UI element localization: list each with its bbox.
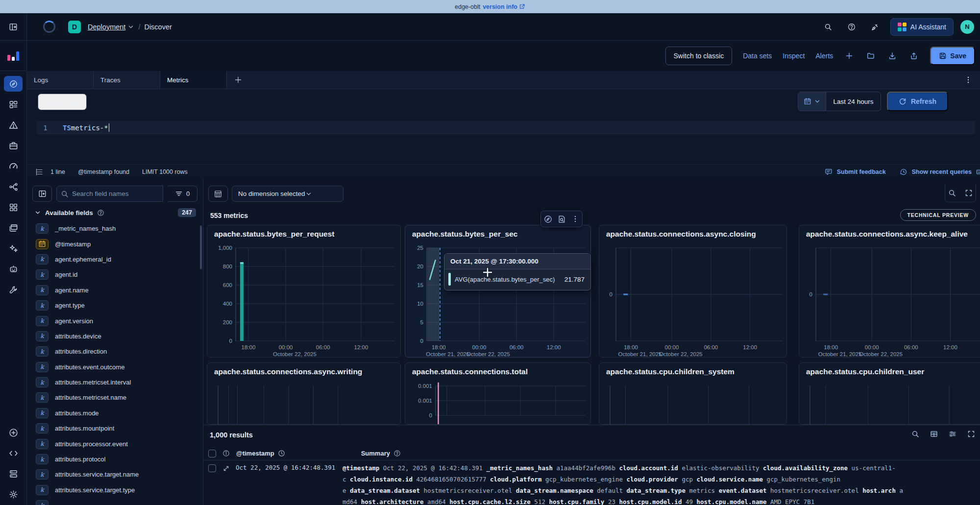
- rail-item-discover[interactable]: [4, 76, 23, 92]
- rail-item-alerts[interactable]: [4, 117, 23, 133]
- field-item[interactable]: k _metric_names_hash: [27, 221, 203, 236]
- timestamp-column-header[interactable]: @timestamp: [236, 450, 274, 457]
- summary-column-header[interactable]: Summary: [361, 450, 390, 457]
- metric-chart-apache.status.connections.async.writing[interactable]: apache.status.connections.async.writing: [207, 362, 401, 425]
- chevron-down-icon[interactable]: [34, 209, 41, 216]
- rail-item-stack[interactable]: [4, 466, 23, 481]
- collapse-nav-button[interactable]: [0, 13, 26, 41]
- results-search-icon[interactable]: [911, 430, 919, 438]
- metric-chart-apache.status.cpu.children_user[interactable]: apache.status.cpu.children_user: [799, 362, 980, 425]
- metrics-search-icon[interactable]: [948, 189, 956, 197]
- esql-help-button[interactable]: ES|QL help: [38, 94, 87, 110]
- table-row[interactable]: Oct 22, 2025 @ 16:42:48.391 @timestamp O…: [203, 461, 980, 505]
- metrics-fullscreen-icon[interactable]: [965, 189, 973, 197]
- metric-chart-apache.status.connections.async.closing[interactable]: apache.status.connections.async.closing …: [599, 225, 787, 358]
- field-search[interactable]: [56, 186, 163, 202]
- select-all-checkbox[interactable]: [208, 450, 216, 457]
- results-fullscreen-icon[interactable]: [967, 430, 975, 438]
- help-icon[interactable]: [843, 19, 860, 35]
- tab-metrics[interactable]: Metrics: [160, 71, 227, 89]
- open-session-icon[interactable]: [865, 50, 876, 61]
- field-item[interactable]: k attributes.metricset.interval: [27, 375, 203, 390]
- chart-menu-icon[interactable]: [571, 215, 579, 223]
- results-table-icon[interactable]: [930, 430, 938, 438]
- ai-assistant-button[interactable]: AI Assistant: [890, 18, 954, 36]
- svg-text:0: 0: [809, 291, 812, 297]
- field-item[interactable]: k attributes.mode: [27, 406, 203, 421]
- global-search-icon[interactable]: [820, 19, 836, 35]
- info-icon[interactable]: [222, 450, 230, 457]
- field-item[interactable]: k attributes.service.target.type: [27, 482, 203, 498]
- rail-item-services[interactable]: [4, 179, 23, 194]
- tab-logs[interactable]: Logs: [27, 71, 94, 89]
- field-item[interactable]: k agent.type: [27, 298, 203, 313]
- inspect-doc-icon[interactable]: [558, 215, 566, 223]
- submit-feedback-link[interactable]: Submit feedback: [837, 168, 886, 175]
- field-filter-button[interactable]: 0: [168, 186, 197, 202]
- collapse-sidebar-button[interactable]: [32, 186, 52, 202]
- row-checkbox[interactable]: [208, 464, 216, 472]
- time-range-button[interactable]: Last 24 hours: [826, 92, 881, 111]
- svg-text:06:00: 06:00: [316, 344, 330, 350]
- alerts-link[interactable]: Alerts: [816, 52, 833, 60]
- field-item[interactable]: k attributes.mountpoint: [27, 421, 203, 436]
- rail-item-add[interactable]: [4, 425, 23, 440]
- version-info-link[interactable]: version info: [483, 3, 525, 10]
- field-item[interactable]: k attributes.processor.event: [27, 436, 203, 451]
- field-item[interactable]: k attributes.device: [27, 329, 203, 344]
- metric-chart-apache.status.cpu.children_system[interactable]: apache.status.cpu.children_system: [599, 362, 787, 425]
- keyboard-icon[interactable]: [976, 168, 980, 176]
- deployment-badge[interactable]: D: [68, 21, 81, 33]
- field-search-input[interactable]: [72, 190, 150, 197]
- field-item[interactable]: k attributes.event.outcome: [27, 360, 203, 375]
- add-tab-button[interactable]: [227, 71, 249, 89]
- rail-item-dev-tools[interactable]: [4, 282, 23, 297]
- sidebar-scrollbar[interactable]: [200, 225, 202, 269]
- date-picker-button[interactable]: [798, 92, 826, 111]
- explore-compass-icon[interactable]: [544, 215, 552, 223]
- metrics-layout-button[interactable]: [208, 186, 228, 202]
- tab-traces[interactable]: Traces: [94, 71, 160, 89]
- inspect-link[interactable]: Inspect: [783, 52, 805, 60]
- field-item[interactable]: k agent.ephemeral_id: [27, 252, 203, 267]
- whats-new-icon[interactable]: [867, 19, 883, 35]
- rail-item-machine-learning[interactable]: [4, 261, 23, 277]
- metric-chart-apache.status.bytes_per_request[interactable]: apache.status.bytes_per_request 1,000800…: [207, 225, 401, 358]
- field-item[interactable]: k attributes.metricset.name: [27, 390, 203, 405]
- expand-row-icon[interactable]: [222, 465, 230, 505]
- refresh-button[interactable]: Refresh: [887, 92, 948, 111]
- breadcrumb-deployment[interactable]: Deployment: [88, 23, 134, 31]
- share-icon[interactable]: [908, 50, 919, 61]
- user-avatar[interactable]: N: [960, 20, 974, 34]
- rail-item-slos[interactable]: [4, 158, 23, 174]
- rail-item-management[interactable]: [4, 486, 23, 502]
- query-editor-line[interactable]: 1 TS metrics-*: [37, 121, 975, 134]
- field-item[interactable]: k agent.name: [27, 283, 203, 298]
- download-icon[interactable]: [887, 50, 898, 61]
- rail-item-cases[interactable]: [4, 138, 23, 153]
- rail-item-dashboards[interactable]: [4, 96, 23, 112]
- field-item[interactable]: k attributes.protocol: [27, 452, 203, 467]
- field-item[interactable]: k attributes.direction: [27, 344, 203, 359]
- metric-chart-apache.status.connections.total[interactable]: apache.status.connections.total 0.0010.0…: [405, 362, 591, 425]
- field-item[interactable]: k: [27, 498, 203, 505]
- rail-item-visualizations[interactable]: [4, 220, 23, 236]
- field-item[interactable]: k attributes.service.target.name: [27, 467, 203, 482]
- data-sets-link[interactable]: Data sets: [743, 52, 772, 60]
- save-button[interactable]: Save: [930, 47, 975, 65]
- rail-item-developer[interactable]: [4, 445, 23, 461]
- question-icon[interactable]: [97, 209, 104, 216]
- dimension-select[interactable]: No dimension selected: [232, 186, 343, 202]
- metric-chart-apache.status.connections.async.keep_alive[interactable]: apache.status.connections.async.keep_ali…: [799, 225, 980, 358]
- results-settings-icon[interactable]: [949, 430, 956, 438]
- new-session-icon[interactable]: [844, 50, 855, 61]
- rail-item-inventory[interactable]: [4, 199, 23, 215]
- metric-chart-apache.status.bytes_per_sec[interactable]: apache.status.bytes_per_sec 252015105018…: [405, 225, 591, 358]
- field-item[interactable]: k agent.id: [27, 267, 203, 282]
- rail-item-ai[interactable]: [4, 240, 23, 256]
- switch-to-classic-button[interactable]: Switch to classic: [665, 47, 733, 65]
- field-item[interactable]: k agent.version: [27, 313, 203, 328]
- recent-queries-link[interactable]: Show recent queries: [912, 168, 972, 175]
- tabs-menu-icon[interactable]: [964, 71, 980, 89]
- field-item[interactable]: @timestamp: [27, 236, 203, 251]
